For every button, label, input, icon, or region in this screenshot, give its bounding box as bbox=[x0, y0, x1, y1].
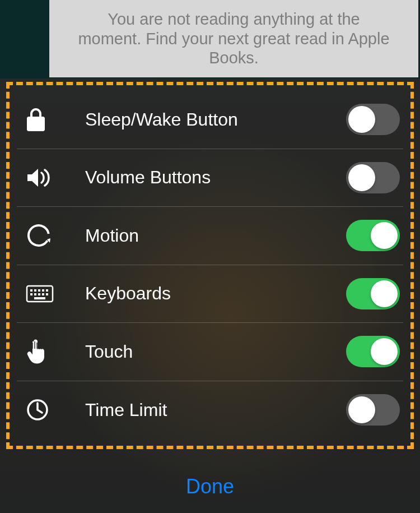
touch-icon bbox=[17, 338, 85, 365]
row-label: Time Limit bbox=[85, 400, 336, 420]
done-bar: Done bbox=[0, 460, 420, 513]
options-list: Sleep/Wake Button Volume Buttons Motion bbox=[17, 91, 403, 439]
row-motion: Motion bbox=[17, 207, 403, 265]
lock-icon bbox=[17, 107, 85, 132]
books-banner: You are not reading anything at the mome… bbox=[49, 0, 418, 77]
svg-rect-9 bbox=[38, 293, 40, 295]
row-volume: Volume Buttons bbox=[17, 149, 403, 207]
svg-rect-6 bbox=[46, 289, 48, 292]
row-time-limit: Time Limit bbox=[17, 381, 403, 440]
svg-rect-11 bbox=[46, 293, 48, 295]
keyboard-icon bbox=[17, 285, 85, 303]
row-keyboards: Keyboards bbox=[17, 265, 403, 323]
toggle-motion[interactable] bbox=[346, 220, 400, 251]
toggle-time-limit[interactable] bbox=[346, 394, 400, 426]
toggle-volume[interactable] bbox=[346, 162, 400, 193]
books-banner-text: You are not reading anything at the mome… bbox=[77, 10, 390, 68]
svg-rect-7 bbox=[30, 293, 32, 295]
toggle-touch[interactable] bbox=[346, 336, 400, 367]
row-label: Keyboards bbox=[85, 283, 336, 304]
done-button[interactable]: Done bbox=[186, 475, 234, 498]
row-label: Touch bbox=[85, 341, 336, 362]
svg-rect-3 bbox=[34, 289, 36, 292]
row-sleep-wake: Sleep/Wake Button bbox=[17, 91, 403, 149]
svg-rect-5 bbox=[42, 289, 44, 292]
svg-point-0 bbox=[26, 223, 52, 248]
svg-rect-2 bbox=[30, 289, 32, 292]
toggle-sleep-wake[interactable] bbox=[346, 104, 400, 135]
row-label: Motion bbox=[85, 225, 336, 246]
row-label: Sleep/Wake Button bbox=[85, 109, 336, 130]
guided-access-panel: Sleep/Wake Button Volume Buttons Motion bbox=[0, 78, 420, 513]
motion-icon bbox=[17, 223, 85, 248]
toggle-keyboards[interactable] bbox=[346, 278, 400, 309]
volume-icon bbox=[17, 167, 85, 189]
svg-rect-4 bbox=[38, 289, 40, 292]
timer-icon bbox=[17, 398, 85, 422]
row-touch: Touch bbox=[17, 323, 403, 381]
svg-rect-10 bbox=[42, 293, 44, 295]
svg-rect-8 bbox=[34, 293, 36, 295]
row-label: Volume Buttons bbox=[85, 167, 336, 188]
svg-rect-12 bbox=[34, 297, 45, 299]
